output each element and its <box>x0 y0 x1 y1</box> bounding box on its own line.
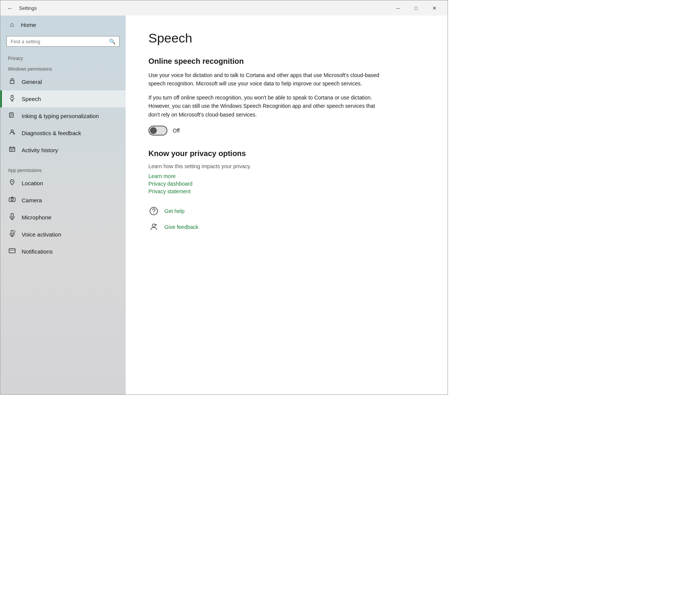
get-help-icon <box>148 206 159 216</box>
diagnostics-label: Diagnostics & feedback <box>22 130 81 136</box>
app-permissions-label: App permissions <box>0 164 126 175</box>
maximize-button[interactable]: □ <box>407 2 425 14</box>
sidebar-item-camera[interactable]: Camera <box>0 192 126 209</box>
title-bar-controls: ─ □ ✕ <box>389 2 443 14</box>
privacy-subtitle: Learn how this setting impacts your priv… <box>148 163 425 169</box>
inking-label: Inking & typing personalization <box>22 113 99 119</box>
learn-more-link[interactable]: Learn more <box>148 173 425 179</box>
sidebar-search-container: 🔍 <box>6 36 120 47</box>
get-help-item[interactable]: Get help <box>148 206 425 216</box>
section2-title: Know your privacy options <box>148 149 425 158</box>
minimize-button[interactable]: ─ <box>389 2 407 14</box>
privacy-statement-link[interactable]: Privacy statement <box>148 188 425 194</box>
privacy-section-label: Privacy <box>0 52 126 63</box>
description1: Use your voice for dictation and to talk… <box>148 71 384 88</box>
sidebar-item-activity[interactable]: Activity history <box>0 142 126 159</box>
back-button[interactable]: ← <box>5 4 15 12</box>
pen-icon <box>8 112 16 120</box>
content-area: Speech Online speech recognition Use you… <box>126 16 448 394</box>
camera-icon <box>8 196 16 205</box>
title-bar-title: Settings <box>19 5 37 11</box>
notifications-label: Notifications <box>22 248 53 255</box>
give-feedback-icon <box>148 222 159 232</box>
sidebar-item-notifications[interactable]: Notifications <box>0 243 126 260</box>
close-button[interactable]: ✕ <box>426 2 443 14</box>
description2: If you turn off online speech recognitio… <box>148 93 384 119</box>
sidebar-item-voice-activation[interactable]: Voice activation <box>0 226 126 243</box>
search-icon: 🔍 <box>109 38 115 44</box>
microphone-label: Microphone <box>22 214 51 221</box>
speech-label: Speech <box>22 96 41 102</box>
give-feedback-item[interactable]: Give feedback <box>148 222 425 232</box>
help-section: Get help Give feedback <box>148 206 425 232</box>
get-help-link[interactable]: Get help <box>164 208 184 214</box>
section1-title: Online speech recognition <box>148 57 425 66</box>
search-input[interactable] <box>11 39 109 44</box>
svg-point-32 <box>153 213 154 214</box>
sidebar-item-diagnostics[interactable]: Diagnostics & feedback <box>0 125 126 142</box>
home-icon: ⌂ <box>8 21 16 28</box>
sidebar-item-home[interactable]: ⌂ Home <box>0 16 126 34</box>
diagnostics-icon <box>8 129 16 137</box>
privacy-options-section: Know your privacy options Learn how this… <box>148 149 425 194</box>
svg-rect-29 <box>9 249 15 253</box>
location-icon <box>8 179 16 188</box>
general-label: General <box>22 79 42 85</box>
toggle-label: Off <box>173 128 180 134</box>
privacy-dashboard-link[interactable]: Privacy dashboard <box>148 181 425 187</box>
give-feedback-link[interactable]: Give feedback <box>164 224 199 230</box>
sidebar-item-inking[interactable]: Inking & typing personalization <box>0 107 126 125</box>
voice-activation-icon <box>8 230 16 239</box>
svg-point-17 <box>12 181 13 182</box>
microphone-icon <box>8 213 16 222</box>
svg-point-1 <box>11 95 13 98</box>
svg-rect-0 <box>10 80 14 84</box>
svg-rect-20 <box>11 213 13 217</box>
title-bar-left: ← Settings <box>5 4 37 12</box>
activity-icon <box>8 146 16 155</box>
activity-label: Activity history <box>22 147 58 153</box>
svg-point-33 <box>152 224 155 227</box>
sidebar-item-speech[interactable]: Speech <box>0 90 126 107</box>
svg-point-8 <box>11 130 13 132</box>
title-bar: ← Settings ─ □ ✕ <box>0 0 448 16</box>
camera-label: Camera <box>22 197 42 203</box>
lock-icon <box>8 77 16 86</box>
sidebar-item-location[interactable]: Location <box>0 175 126 192</box>
speech-recognition-toggle[interactable] <box>148 126 167 136</box>
toggle-row: Off <box>148 126 425 136</box>
sidebar-item-general[interactable]: General <box>0 73 126 90</box>
sidebar-home-label: Home <box>21 22 36 28</box>
windows-permissions-label: Windows permissions <box>0 63 126 73</box>
page-title: Speech <box>148 31 425 46</box>
speech-icon <box>8 95 16 103</box>
sidebar-item-microphone[interactable]: Microphone <box>0 209 126 226</box>
location-label: Location <box>22 180 43 186</box>
svg-point-19 <box>11 199 13 201</box>
sidebar: ⌂ Home 🔍 Privacy Windows permissions Gen… <box>0 16 126 394</box>
main-layout: ⌂ Home 🔍 Privacy Windows permissions Gen… <box>0 16 448 394</box>
voice-activation-label: Voice activation <box>22 231 61 238</box>
notifications-icon <box>8 247 16 256</box>
